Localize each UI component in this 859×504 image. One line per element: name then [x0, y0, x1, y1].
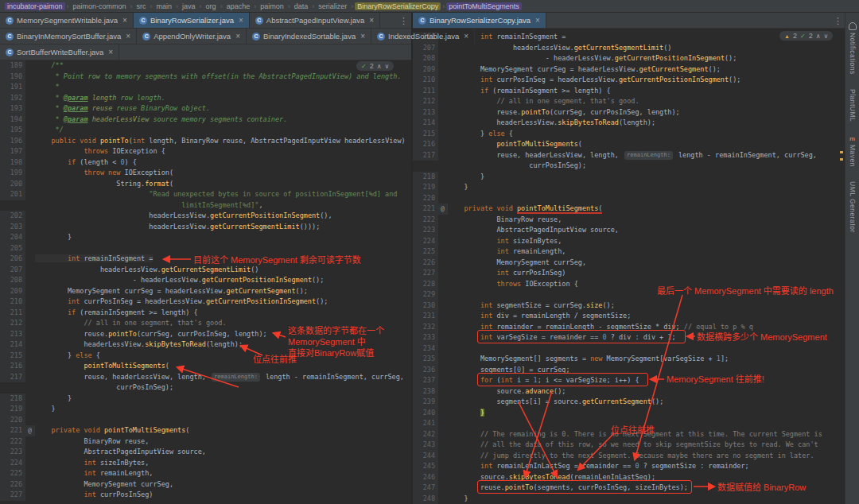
line-number[interactable]: 203: [0, 222, 25, 233]
code-line[interactable]: 237 for (int i = 1; i <= varSegSize; i++…: [413, 375, 845, 386]
line-number[interactable]: 212: [0, 318, 25, 329]
code-line[interactable]: 244 // jump directly to the next Segment…: [413, 451, 845, 462]
line-number[interactable]: 241: [413, 418, 438, 429]
breadcrumb-item[interactable]: BinaryRowSerializerCopy: [355, 2, 441, 10]
line-number[interactable]: 221: [413, 204, 438, 215]
code-line[interactable]: 228 throws IOException {: [413, 279, 845, 290]
line-number[interactable]: 211: [413, 86, 438, 97]
editor-tab[interactable]: CBinaryRowSerializerCopy.java×: [413, 13, 546, 28]
warning-stripe-mark[interactable]: [840, 151, 843, 153]
code-line[interactable]: 212 // all in one segment, that's good.: [0, 318, 411, 329]
line-number[interactable]: 200: [0, 179, 25, 190]
code-line[interactable]: 242 // The remaining is 0. There is no n…: [413, 429, 845, 440]
line-number[interactable]: 210: [413, 75, 438, 86]
line-number[interactable]: 248: [413, 494, 438, 504]
line-number[interactable]: 212: [413, 96, 438, 107]
line-number[interactable]: 239: [413, 397, 438, 408]
next-problem-icon[interactable]: ∨: [385, 63, 390, 70]
code-line[interactable]: 210 int currPosInSeg = headerLessView.ge…: [0, 297, 411, 308]
line-number[interactable]: 235: [413, 354, 438, 365]
code-line[interactable]: 217 reuse, headerLessView, length, remai…: [413, 150, 845, 161]
code-line[interactable]: 211 if (remainInSegment >= length) {: [0, 308, 411, 319]
breadcrumb-item[interactable]: paimon-common: [71, 2, 129, 10]
code-line[interactable]: 207 headerLessView.getCurrentSegmentLimi…: [0, 265, 411, 276]
line-number[interactable]: 246: [413, 472, 438, 483]
code-line[interactable]: 203 headerLessView.getCurrentSegmentLimi…: [0, 222, 411, 233]
close-icon[interactable]: ×: [360, 32, 365, 41]
line-number[interactable]: 215: [0, 351, 25, 362]
code-line[interactable]: 213 reuse.pointTo(currSeg, currPosInSeg,…: [0, 329, 411, 340]
breadcrumb-item[interactable]: paimon: [258, 2, 286, 10]
line-number[interactable]: 219: [0, 404, 25, 415]
code-line[interactable]: 232 int remainder = remainLength - segme…: [413, 322, 845, 333]
line-number[interactable]: 213: [0, 329, 25, 340]
code-line[interactable]: 226 MemorySegment currSeg,: [413, 258, 845, 269]
inspection-widget[interactable]: ▲2 ✓2 ∧ ∨: [779, 31, 833, 41]
close-icon[interactable]: ×: [239, 16, 243, 25]
line-number[interactable]: 206: [0, 254, 25, 265]
code-line[interactable]: limitInSegment[%d]",: [0, 200, 411, 211]
breadcrumb-item[interactable]: pointToMultiSegments: [446, 2, 522, 10]
code-line[interactable]: 227 int currPosInSeg): [413, 268, 845, 279]
line-number[interactable]: 242: [413, 429, 438, 440]
tab-options-icon[interactable]: ⋮: [399, 14, 408, 27]
line-number[interactable]: 229: [413, 289, 438, 300]
line-number[interactable]: 204: [0, 232, 25, 243]
code-line[interactable]: 195 */: [0, 125, 411, 136]
code-line[interactable]: 245 int remainLenInLastSeg = remainder =…: [413, 461, 845, 472]
tool-stripe-item[interactable]: PlantUML: [849, 89, 857, 122]
code-line[interactable]: 247 reuse.pointTo(segments, currPosInSeg…: [413, 483, 845, 494]
line-number[interactable]: 223: [413, 225, 438, 236]
line-number[interactable]: 191: [0, 82, 25, 93]
code-line[interactable]: 189 /**: [0, 60, 411, 72]
line-number[interactable]: 223: [0, 447, 25, 458]
line-number[interactable]: 228: [413, 279, 438, 290]
code-line[interactable]: 239 segments[i] = source.getCurrentSegme…: [413, 397, 845, 408]
editor-tab[interactable]: CBinaryInMemorySortBuffer.java×: [0, 29, 137, 44]
line-number[interactable]: 218: [413, 172, 438, 183]
line-number[interactable]: 224: [413, 236, 438, 247]
line-number[interactable]: 211: [0, 308, 25, 319]
line-number[interactable]: 218: [0, 394, 25, 405]
left-editor[interactable]: 189 /**190 * Point row to memory segment…: [0, 60, 411, 504]
tool-stripe-item[interactable]: UML Generator: [849, 181, 857, 233]
code-line[interactable]: 219 }: [0, 404, 411, 415]
line-number[interactable]: 196: [0, 136, 25, 147]
code-line[interactable]: 225 int remainLength,: [413, 246, 845, 258]
code-line[interactable]: 194 * @param headerLessView source memor…: [0, 114, 411, 126]
code-line[interactable]: 238 source.advance();: [413, 386, 845, 397]
breadcrumb-item[interactable]: incubator-paimon: [5, 2, 65, 10]
code-line[interactable]: 198 if (length < 0) {: [0, 157, 411, 169]
code-line[interactable]: 200 String.format(: [0, 179, 411, 190]
code-line[interactable]: 236 segments[0] = currSeg;: [413, 365, 845, 376]
line-number[interactable]: 219: [413, 182, 438, 193]
code-line[interactable]: 199 throw new IOException(: [0, 168, 411, 179]
code-line[interactable]: 217 reuse, headerLessView, length, remai…: [0, 372, 411, 383]
line-number[interactable]: 226: [413, 258, 438, 269]
code-line[interactable]: 223 AbstractPagedInputView source,: [0, 447, 411, 458]
code-line[interactable]: 229: [413, 289, 845, 300]
line-number[interactable]: 210: [0, 297, 25, 308]
code-line[interactable]: 214 headerLessView.skipBytesToRead(lengt…: [413, 118, 845, 129]
line-number[interactable]: 190: [0, 72, 25, 83]
line-number[interactable]: 192: [0, 93, 25, 104]
editor-tab[interactable]: CAppendOnlyWriter.java×: [137, 29, 247, 44]
splitter[interactable]: [411, 13, 413, 504]
line-number[interactable]: 216: [0, 361, 25, 372]
line-number[interactable]: 189: [0, 60, 25, 72]
breadcrumb-item[interactable]: data: [292, 2, 311, 10]
line-number[interactable]: 220: [413, 193, 438, 204]
editor-tab[interactable]: CMemorySegmentWritable.java×: [0, 13, 134, 28]
line-number[interactable]: 220: [0, 415, 25, 426]
line-number[interactable]: 201: [0, 189, 25, 200]
code-line[interactable]: 233 int varSegSize = remainder == 0 ? di…: [413, 332, 845, 343]
line-number[interactable]: 217: [0, 372, 25, 383]
editor-tab[interactable]: CSortBufferWriteBuffer.java×: [0, 45, 119, 60]
code-line[interactable]: 230 int segmentSize = currSeg.size();: [413, 300, 845, 312]
right-editor[interactable]: 206 int remainInSegment =207 headerLessV…: [413, 29, 845, 504]
code-line[interactable]: 196 public void pointTo(int length, Bina…: [0, 136, 411, 147]
editor-tab[interactable]: CBinaryRowSerializer.java×: [134, 13, 250, 28]
editor-tab[interactable]: CAbstractPagedInputView.java×: [250, 13, 380, 28]
code-line[interactable]: 213 reuse.pointTo(currSeg, currPosInSeg,…: [413, 107, 845, 118]
code-line[interactable]: 226 MemorySegment currSeg,: [0, 479, 411, 490]
